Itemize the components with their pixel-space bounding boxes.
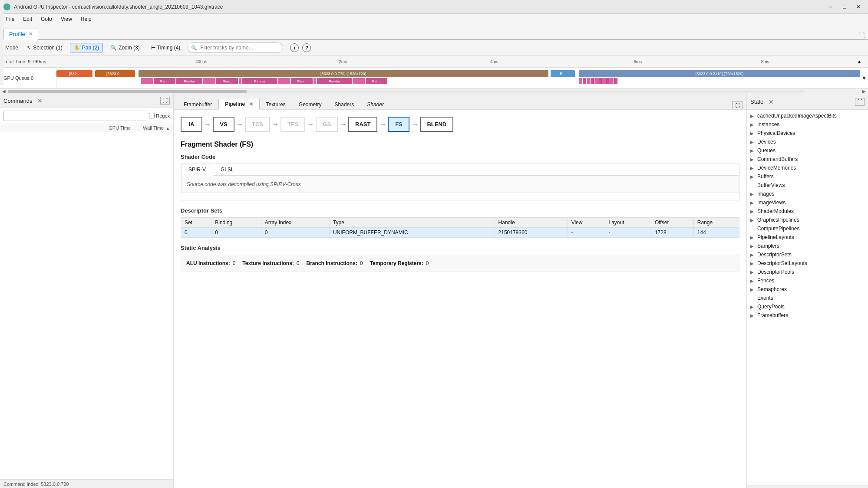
minimize-button[interactable]: − <box>825 3 837 11</box>
tree-item-descriptorsetlayouts[interactable]: ▶ DescriptorSetLayouts <box>747 259 868 268</box>
track-block-1[interactable]: [532... <box>56 70 92 77</box>
regex-checkbox-input[interactable] <box>149 113 155 118</box>
profile-tab-close[interactable]: ✕ <box>29 31 33 37</box>
tree-item-pipelinelayouts[interactable]: ▶ PipelineLayouts <box>747 233 868 242</box>
menu-edit[interactable]: Edit <box>19 15 36 23</box>
mode-timing-button[interactable]: ⊢ Timing (4) <box>147 43 185 52</box>
regex-checkbox[interactable]: Regex <box>149 113 170 118</box>
tab-shader[interactable]: Shader <box>360 99 390 109</box>
tree-item-imageviews[interactable]: ▶ ImageViews <box>747 198 868 207</box>
tree-item-framebuffers[interactable]: ▶ Framebuffers <box>747 311 868 320</box>
ruler-scroll-arrow[interactable]: ▲ <box>857 59 865 65</box>
pipeline-node-tes[interactable]: TES <box>281 117 305 132</box>
mode-zoom-button[interactable]: 🔍 Zoom (3) <box>106 43 144 52</box>
sub-block-4[interactable] <box>278 78 290 84</box>
menu-goto[interactable]: Goto <box>36 15 56 23</box>
tree-item-bufferviews[interactable]: ▶ BufferViews <box>747 181 868 190</box>
tab-geometry[interactable]: Geometry <box>292 99 328 109</box>
maximize-button[interactable]: □ <box>838 3 851 11</box>
sub-block-render-4[interactable]: Render <box>242 78 277 84</box>
tree-item-cached[interactable]: ▶ cachedUnpackedImageAspectBits <box>747 111 868 120</box>
filter-input[interactable] <box>188 43 283 53</box>
tree-item-samplers[interactable]: ▶ Samplers <box>747 242 868 250</box>
tree-item-semaphores[interactable]: ▶ Semaphores <box>747 285 868 294</box>
cmd-scrollbar[interactable] <box>0 0 3 85</box>
col-set[interactable]: Set <box>181 218 211 228</box>
col-layout[interactable]: Layout <box>605 218 651 228</box>
tree-item-querypools[interactable]: ▶ QueryPools <box>747 302 868 311</box>
tab-textures[interactable]: Textures <box>260 99 292 109</box>
track-block-3[interactable]: [5323 0 0 770] (1520x720) <box>139 70 548 77</box>
sub-block-render-6[interactable]: Render <box>317 78 352 84</box>
pipeline-tab-close[interactable]: ✕ <box>249 102 253 107</box>
sub-block-render-3[interactable]: Ren... <box>216 78 238 84</box>
tab-pipeline[interactable]: Pipeline ✕ <box>218 99 259 110</box>
track-block-4[interactable]: B... <box>551 70 575 77</box>
col-handle[interactable]: Handle <box>495 218 568 228</box>
tree-item-images[interactable]: ▶ Images <box>747 190 868 198</box>
tree-item-descriptorpools[interactable]: ▶ DescriptorPools <box>747 268 868 276</box>
state-scrollbar[interactable] <box>747 485 868 488</box>
pipeline-node-ia[interactable]: IA <box>181 117 202 132</box>
pipeline-node-rast[interactable]: RAST <box>348 117 377 132</box>
menu-help[interactable]: Help <box>76 15 96 23</box>
menu-file[interactable]: File <box>2 15 19 23</box>
col-binding[interactable]: Binding <box>211 218 261 228</box>
center-expand-button[interactable]: ⛶ <box>732 102 743 109</box>
commands-panel-expand[interactable]: ⛶ <box>160 97 170 105</box>
tree-item-events[interactable]: ▶ Events <box>747 294 868 302</box>
track-block-5[interactable]: [5323 0 0 2119] (720x1520) <box>579 70 860 77</box>
sub-block-6[interactable] <box>353 78 365 84</box>
tree-item-computepipelines[interactable]: ▶ ComputePipelines <box>747 224 868 233</box>
pipeline-node-blend[interactable]: BLEND <box>420 117 453 132</box>
tab-shaders[interactable]: Shaders <box>328 99 361 109</box>
glsl-tab[interactable]: GLSL <box>213 164 241 175</box>
timeline-track[interactable]: [532... [5323 0 ... [5323 0 0 770] (1520… <box>56 68 860 88</box>
track-block-2[interactable]: [5323 0 ... <box>95 70 135 77</box>
state-panel-expand[interactable]: ⛶ <box>855 98 865 106</box>
sub-block-render-1[interactable]: Ren... <box>154 78 175 84</box>
sub-block-render-2[interactable]: Render <box>176 78 202 84</box>
info-icon[interactable]: i <box>290 43 299 52</box>
sub-block-2[interactable] <box>203 78 215 84</box>
tree-item-queues[interactable]: ▶ Queues <box>747 146 868 155</box>
pipeline-node-tcs[interactable]: TCS <box>245 117 270 132</box>
mode-pan-button[interactable]: ✋ Pan (2) <box>70 43 103 52</box>
sub-block-render-5[interactable]: Ren... <box>291 78 313 84</box>
col-array-index[interactable]: Array Index <box>261 218 329 228</box>
timeline-right-scroll[interactable]: ▼ <box>860 75 868 81</box>
col-range[interactable]: Range <box>693 218 739 228</box>
tree-item-fences[interactable]: ▶ Fences <box>747 276 868 285</box>
col-gpu-time[interactable]: GPU Time <box>92 125 131 131</box>
col-wall-time[interactable]: Wall Time ▲ <box>131 125 170 131</box>
col-view[interactable]: View <box>568 218 605 228</box>
timeline-scrollbar-thumb[interactable] <box>8 90 247 93</box>
tree-item-commandbuffers[interactable]: ▶ CommandBuffers <box>747 155 868 164</box>
commands-panel-close[interactable]: ✕ <box>37 97 43 104</box>
state-panel-close[interactable]: ✕ <box>769 98 774 105</box>
col-offset[interactable]: Offset <box>651 218 693 228</box>
pipeline-node-fs[interactable]: FS <box>388 117 409 132</box>
tree-item-buffers[interactable]: ▶ Buffers <box>747 172 868 181</box>
tree-item-devices[interactable]: ▶ Devices <box>747 138 868 146</box>
tab-framebuffer[interactable]: Framebuffer <box>177 99 218 109</box>
tree-item-instances[interactable]: ▶ Instances <box>747 120 868 129</box>
tree-item-devicememories[interactable]: ▶ DeviceMemories <box>747 164 868 172</box>
profile-tab[interactable]: Profile ✕ <box>3 29 38 40</box>
commands-search-input[interactable] <box>3 111 146 121</box>
mode-selection-button[interactable]: ↖ Selection (1) <box>23 43 66 52</box>
descriptor-row[interactable]: 0 0 0 UNIFORM_BUFFER_DYNAMIC 2150179360 … <box>181 228 739 238</box>
tree-item-shadermodules[interactable]: ▶ ShaderModules <box>747 207 868 216</box>
sub-block-render-7[interactable]: Ren... <box>366 78 387 84</box>
close-button[interactable]: ✕ <box>852 3 865 11</box>
sub-block-1[interactable] <box>141 78 153 84</box>
tree-item-descriptorsets[interactable]: ▶ DescriptorSets <box>747 250 868 259</box>
spirv-tab[interactable]: SPIR-V <box>181 164 213 176</box>
question-icon[interactable]: ? <box>302 43 311 52</box>
pipeline-node-gs[interactable]: GS <box>316 117 338 132</box>
tab-expand-button[interactable]: ⛶ <box>858 32 865 39</box>
col-type[interactable]: Type <box>329 218 495 228</box>
tree-item-graphicspipelines[interactable]: ▶ GraphicsPipelines <box>747 216 868 224</box>
tree-item-physicaldevices[interactable]: ▶ PhysicalDevices <box>747 129 868 138</box>
menu-view[interactable]: View <box>56 15 76 23</box>
